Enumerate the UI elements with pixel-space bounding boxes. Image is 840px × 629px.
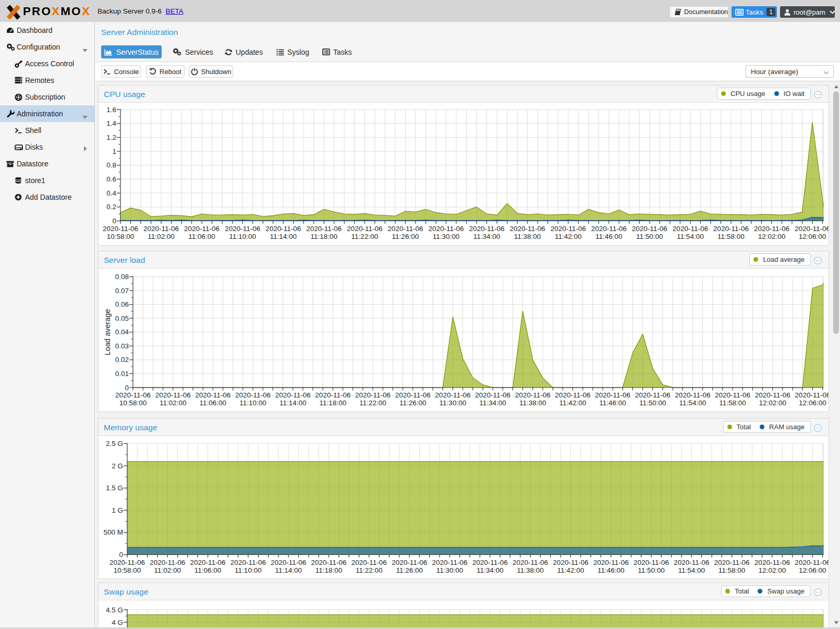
svg-text:12:02:00: 12:02:00 [759, 566, 786, 574]
svg-text:11:58:00: 11:58:00 [719, 399, 746, 407]
svg-text:11:50:00: 11:50:00 [636, 233, 663, 240]
svg-text:0: 0 [125, 384, 129, 392]
svg-text:2020-11-06: 2020-11-06 [347, 225, 382, 233]
svg-text:2020-11-06: 2020-11-06 [265, 225, 301, 233]
svg-text:2020-11-06: 2020-11-06 [155, 391, 191, 399]
svg-text:11:38:00: 11:38:00 [514, 233, 541, 240]
svg-text:2020-11-06: 2020-11-06 [355, 391, 391, 399]
svg-text:0.2: 0.2 [106, 203, 116, 211]
svg-text:2020-11-06: 2020-11-06 [515, 391, 551, 399]
svg-text:2020-11-06: 2020-11-06 [435, 391, 470, 399]
svg-text:11:26:00: 11:26:00 [396, 566, 423, 574]
svg-text:11:42:00: 11:42:00 [557, 566, 585, 574]
svg-text:0.07: 0.07 [115, 287, 129, 295]
svg-text:1.2: 1.2 [106, 134, 116, 141]
svg-text:2020-11-06: 2020-11-06 [351, 559, 387, 566]
svg-text:2020-11-06: 2020-11-06 [634, 559, 669, 566]
svg-text:2020-11-06: 2020-11-06 [271, 559, 306, 566]
svg-text:11:10:00: 11:10:00 [239, 399, 266, 407]
svg-text:11:42:00: 11:42:00 [555, 233, 582, 240]
svg-text:2020-11-06: 2020-11-06 [225, 225, 260, 233]
svg-text:11:14:00: 11:14:00 [279, 399, 307, 407]
svg-text:11:06:00: 11:06:00 [200, 399, 227, 407]
svg-text:2020-11-06: 2020-11-06 [632, 225, 667, 233]
svg-text:11:02:00: 11:02:00 [148, 233, 175, 240]
svg-text:2020-11-06: 2020-11-06 [311, 559, 346, 566]
svg-text:2020-11-06: 2020-11-06 [795, 559, 829, 566]
svg-text:11:34:00: 11:34:00 [479, 399, 506, 407]
svg-text:11:50:00: 11:50:00 [638, 566, 665, 574]
svg-text:0.03: 0.03 [115, 342, 129, 350]
svg-text:11:30:00: 11:30:00 [440, 399, 467, 407]
svg-text:1 G: 1 G [112, 506, 123, 514]
svg-text:4 G: 4 G [112, 619, 123, 626]
svg-text:0.08: 0.08 [115, 273, 129, 281]
svg-text:2020-11-06: 2020-11-06 [392, 559, 427, 566]
svg-text:2020-11-06: 2020-11-06 [109, 559, 145, 566]
svg-text:Load average: Load average [103, 309, 112, 355]
svg-text:11:54:00: 11:54:00 [678, 566, 705, 574]
svg-text:11:38:00: 11:38:00 [519, 399, 546, 407]
svg-text:11:58:00: 11:58:00 [717, 233, 745, 240]
svg-text:4.5 G: 4.5 G [106, 606, 123, 614]
svg-text:11:22:00: 11:22:00 [359, 399, 386, 407]
svg-text:1.4: 1.4 [106, 119, 116, 127]
svg-text:11:54:00: 11:54:00 [679, 399, 707, 407]
svg-text:0: 0 [119, 551, 123, 559]
svg-text:2020-11-06: 2020-11-06 [715, 391, 750, 399]
svg-text:1: 1 [112, 148, 116, 155]
svg-text:2020-11-06: 2020-11-06 [428, 225, 464, 233]
svg-text:2020-11-06: 2020-11-06 [510, 225, 545, 233]
svg-text:2020-11-06: 2020-11-06 [673, 225, 708, 233]
svg-text:11:46:00: 11:46:00 [599, 399, 626, 407]
svg-text:2020-11-06: 2020-11-06 [555, 391, 590, 399]
svg-text:2020-11-06: 2020-11-06 [103, 225, 138, 233]
svg-text:2020-11-06: 2020-11-06 [475, 391, 510, 399]
svg-text:11:30:00: 11:30:00 [436, 566, 464, 574]
svg-text:2020-11-06: 2020-11-06 [553, 559, 588, 566]
svg-text:12:02:00: 12:02:00 [759, 399, 786, 407]
svg-text:2020-11-06: 2020-11-06 [306, 225, 342, 233]
svg-text:2020-11-06: 2020-11-06 [143, 225, 179, 233]
svg-text:12:06:00: 12:06:00 [799, 566, 826, 574]
svg-text:2020-11-06: 2020-11-06 [432, 559, 467, 566]
svg-text:2020-11-06: 2020-11-06 [184, 225, 220, 233]
svg-text:11:18:00: 11:18:00 [315, 566, 343, 574]
svg-text:2020-11-06: 2020-11-06 [472, 559, 508, 566]
svg-text:0.04: 0.04 [115, 328, 129, 336]
svg-text:2020-11-06: 2020-11-06 [230, 559, 266, 566]
svg-text:11:18:00: 11:18:00 [320, 399, 347, 407]
svg-text:0.05: 0.05 [115, 314, 129, 322]
svg-text:2020-11-06: 2020-11-06 [795, 225, 829, 233]
svg-text:2020-11-06: 2020-11-06 [755, 391, 790, 399]
svg-text:10:58:00: 10:58:00 [119, 399, 147, 407]
svg-text:2020-11-06: 2020-11-06 [795, 391, 829, 399]
svg-text:2020-11-06: 2020-11-06 [551, 225, 586, 233]
svg-text:11:22:00: 11:22:00 [356, 566, 383, 574]
svg-text:11:02:00: 11:02:00 [160, 399, 187, 407]
svg-text:500 M: 500 M [103, 528, 123, 536]
svg-text:10:58:00: 10:58:00 [114, 566, 141, 574]
svg-text:0.4: 0.4 [106, 189, 116, 197]
svg-text:2020-11-06: 2020-11-06 [714, 559, 750, 566]
svg-text:11:34:00: 11:34:00 [473, 233, 501, 240]
svg-text:11:46:00: 11:46:00 [598, 566, 625, 574]
svg-text:11:14:00: 11:14:00 [270, 233, 297, 240]
svg-text:12:06:00: 12:06:00 [799, 399, 826, 407]
svg-text:2020-11-06: 2020-11-06 [674, 559, 709, 566]
svg-text:11:22:00: 11:22:00 [351, 233, 379, 240]
svg-text:11:14:00: 11:14:00 [275, 566, 302, 574]
svg-text:11:26:00: 11:26:00 [392, 233, 419, 240]
svg-text:11:42:00: 11:42:00 [559, 399, 587, 407]
svg-text:2020-11-06: 2020-11-06 [195, 391, 230, 399]
svg-text:2020-11-06: 2020-11-06 [591, 225, 627, 233]
svg-text:11:38:00: 11:38:00 [517, 566, 544, 574]
svg-text:11:02:00: 11:02:00 [154, 566, 181, 574]
svg-text:12:02:00: 12:02:00 [758, 233, 786, 240]
svg-text:2 G: 2 G [112, 462, 123, 470]
svg-text:2020-11-06: 2020-11-06 [387, 225, 423, 233]
svg-text:2020-11-06: 2020-11-06 [190, 559, 226, 566]
svg-text:0.06: 0.06 [115, 300, 129, 308]
svg-text:2020-11-06: 2020-11-06 [395, 391, 431, 399]
svg-text:2020-11-06: 2020-11-06 [115, 391, 151, 399]
